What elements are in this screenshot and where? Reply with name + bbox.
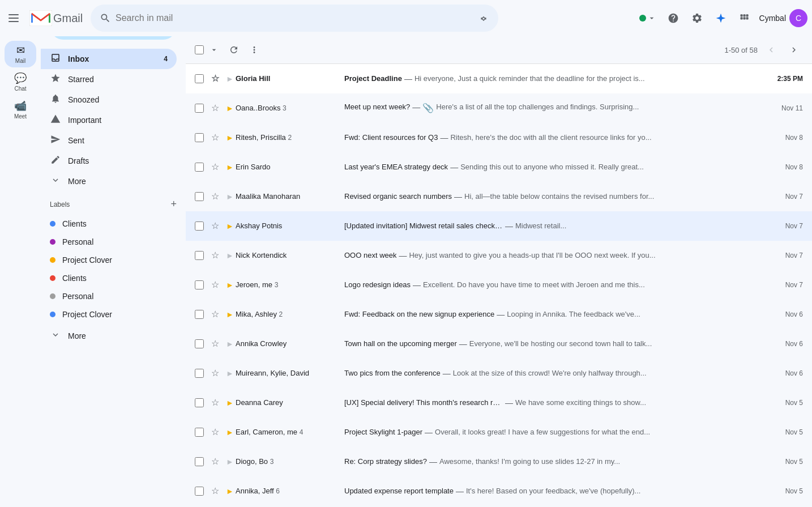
- email-row[interactable]: ☆ ► Nick Kortendick OOO next week — Hey,…: [186, 241, 812, 270]
- next-page-button[interactable]: [785, 41, 803, 59]
- star-button[interactable]: ☆: [208, 101, 222, 115]
- nav-item-snoozed[interactable]: Snoozed: [41, 90, 177, 110]
- sidebar-item-chat[interactable]: 💬 Chat: [5, 69, 36, 95]
- select-dropdown-icon: [210, 45, 219, 54]
- email-checkbox[interactable]: [195, 74, 204, 83]
- label-project-clover1[interactable]: Project Clover: [41, 251, 177, 269]
- meet-label: Meet: [14, 113, 27, 120]
- important-marker[interactable]: ►: [224, 397, 236, 408]
- email-row[interactable]: ☆ ► Diogo, Bo 3 Re: Corp strategy slides…: [186, 447, 812, 476]
- important-marker[interactable]: ►: [224, 338, 236, 350]
- search-bar[interactable]: [91, 5, 498, 32]
- star-button[interactable]: ☆: [208, 484, 222, 498]
- email-checkbox[interactable]: [195, 398, 204, 407]
- important-marker[interactable]: ►: [224, 309, 236, 320]
- search-input[interactable]: [116, 13, 469, 23]
- email-checkbox[interactable]: [195, 192, 204, 201]
- star-button[interactable]: ☆: [208, 367, 222, 380]
- search-options-button[interactable]: [473, 8, 494, 28]
- star-button[interactable]: ☆: [208, 337, 222, 351]
- email-checkbox[interactable]: [195, 339, 204, 348]
- star-button[interactable]: ☆: [208, 219, 222, 233]
- email-checkbox[interactable]: [195, 428, 204, 437]
- email-subject: [Updated invitation] Midwest retail sale…: [344, 221, 503, 231]
- email-row[interactable]: ☆ ► Maalika Manoharan Revised organic se…: [186, 182, 812, 211]
- hamburger-button[interactable]: [0, 5, 27, 32]
- more-options-button[interactable]: [245, 42, 264, 57]
- select-all-checkbox[interactable]: [195, 45, 204, 54]
- refresh-button[interactable]: [224, 42, 243, 57]
- email-checkbox[interactable]: [195, 133, 204, 142]
- email-checkbox[interactable]: [195, 163, 204, 172]
- email-row[interactable]: ☆ ► Muireann, Kylie, David Two pics from…: [186, 359, 812, 388]
- add-label-button[interactable]: +: [170, 198, 177, 210]
- important-marker[interactable]: ►: [224, 456, 236, 467]
- important-marker[interactable]: ►: [224, 427, 236, 438]
- nav-item-starred[interactable]: Starred: [41, 69, 177, 90]
- status-indicator[interactable]: [635, 11, 661, 25]
- email-row[interactable]: ☆ ► Mika, Ashley 2 Fwd: Feedback on the …: [186, 300, 812, 329]
- email-row[interactable]: ☆ ► Jeroen, me 3 Logo redesign ideas — E…: [186, 270, 812, 300]
- nav-item-drafts[interactable]: Drafts: [41, 151, 177, 171]
- select-dropdown-button[interactable]: [205, 43, 223, 57]
- email-checkbox[interactable]: [195, 457, 204, 466]
- nav-item-important[interactable]: Important: [41, 110, 177, 130]
- important-marker[interactable]: ►: [224, 485, 236, 497]
- star-button[interactable]: ☆: [208, 308, 222, 321]
- email-sender: Diogo, Bo 3: [236, 457, 337, 466]
- email-checkbox[interactable]: [195, 310, 204, 319]
- sidebar-item-mail[interactable]: ✉ Mail: [5, 41, 36, 67]
- star-button[interactable]: ☆: [208, 396, 222, 410]
- important-marker[interactable]: ►: [224, 250, 236, 261]
- important-marker[interactable]: ►: [224, 368, 236, 379]
- email-row[interactable]: ☆ ► Annika, Jeff 6 Updated expense repor…: [186, 476, 812, 506]
- label-clients1[interactable]: Clients: [41, 215, 177, 233]
- important-marker[interactable]: ►: [224, 161, 236, 173]
- nav-item-more2[interactable]: More: [41, 326, 177, 346]
- star-button[interactable]: ☆: [208, 425, 222, 439]
- help-button[interactable]: [662, 7, 685, 29]
- important-marker[interactable]: ►: [224, 191, 236, 202]
- star-button[interactable]: ☆: [208, 160, 222, 174]
- email-checkbox[interactable]: [195, 104, 204, 113]
- apps-button[interactable]: [733, 7, 756, 29]
- snoozed-icon: [50, 93, 61, 106]
- important-marker[interactable]: ►: [224, 73, 236, 84]
- prev-page-button[interactable]: [762, 41, 780, 59]
- email-row[interactable]: ☆ ► Oana..Brooks 3 Meet up next week? — …: [186, 93, 812, 123]
- email-row[interactable]: ☆ ► Deanna Carey [UX] Special delivery! …: [186, 388, 812, 417]
- important-marker[interactable]: ►: [224, 103, 236, 114]
- email-row[interactable]: ☆ ► Akshay Potnis [Updated invitation] M…: [186, 211, 812, 241]
- star-button[interactable]: ☆: [208, 190, 222, 203]
- email-row[interactable]: ☆ ► Earl, Cameron, me 4 Project Skylight…: [186, 417, 812, 447]
- star-button[interactable]: ☆: [208, 278, 222, 292]
- label-personal1[interactable]: Personal: [41, 233, 177, 251]
- email-row[interactable]: ☆ ► Erin Sardo Last year's EMEA strategy…: [186, 152, 812, 182]
- important-marker[interactable]: ►: [224, 132, 236, 143]
- email-row[interactable]: ☆ ► Ritesh, Priscilla 2 Fwd: Client reso…: [186, 123, 812, 152]
- label-clients2[interactable]: Clients: [41, 269, 177, 287]
- email-checkbox[interactable]: [195, 280, 204, 289]
- avatar[interactable]: C: [789, 9, 807, 27]
- gemini-button[interactable]: [710, 7, 732, 29]
- important-marker[interactable]: ►: [224, 279, 236, 291]
- nav-item-inbox[interactable]: Inbox 4: [41, 49, 177, 69]
- star-button[interactable]: ☆: [208, 72, 222, 86]
- nav-item-sent[interactable]: Sent: [41, 130, 177, 151]
- email-checkbox[interactable]: [195, 251, 204, 260]
- sidebar-item-meet[interactable]: 📹 Meet: [5, 96, 36, 123]
- email-checkbox[interactable]: [195, 369, 204, 378]
- label-project-clover2[interactable]: Project Clover: [41, 305, 177, 323]
- email-checkbox[interactable]: [195, 487, 204, 496]
- email-sender: Akshay Potnis: [236, 221, 337, 230]
- important-marker[interactable]: ►: [224, 220, 236, 232]
- star-button[interactable]: ☆: [208, 131, 222, 144]
- email-row[interactable]: ☆ ► Annika Crowley Town hall on the upco…: [186, 329, 812, 359]
- star-button[interactable]: ☆: [208, 249, 222, 262]
- email-row[interactable]: ☆ ► Gloria Hill Project Deadline — Hi ev…: [186, 64, 812, 93]
- star-button[interactable]: ☆: [208, 455, 222, 468]
- label-personal2[interactable]: Personal: [41, 287, 177, 305]
- settings-button[interactable]: [686, 7, 708, 29]
- email-checkbox[interactable]: [195, 221, 204, 231]
- nav-item-more1[interactable]: More: [41, 171, 177, 191]
